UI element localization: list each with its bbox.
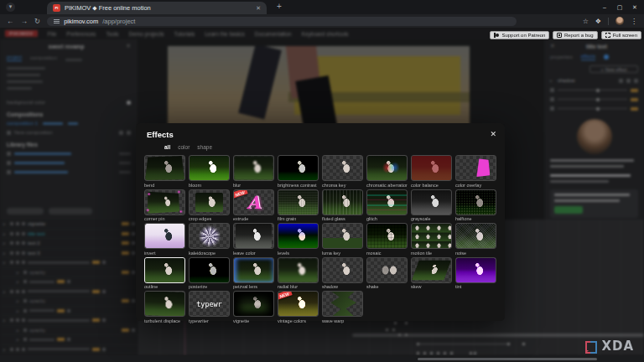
extensions-icon[interactable]: ❖ bbox=[595, 18, 601, 25]
effect-item-crop-edges[interactable]: crop edges bbox=[189, 189, 230, 222]
effect-item-tint[interactable]: tint bbox=[455, 257, 496, 290]
effect-thumbnail[interactable]: ANEW bbox=[233, 189, 274, 215]
effect-item-leave-color[interactable]: leave color bbox=[233, 223, 274, 256]
effect-item-radial-blur[interactable]: radial blur bbox=[278, 257, 319, 290]
effect-thumbnail[interactable] bbox=[233, 257, 274, 283]
effect-item-blur[interactable]: blur bbox=[233, 155, 274, 188]
effect-thumbnail[interactable] bbox=[278, 189, 319, 215]
effect-thumbnail[interactable] bbox=[189, 155, 230, 181]
effect-item-vintage-colors[interactable]: NEWvintage colors bbox=[278, 291, 319, 323]
effect-item-outline[interactable]: outline bbox=[144, 257, 185, 290]
effect-label: bloom bbox=[189, 183, 230, 188]
effect-thumbnail[interactable] bbox=[144, 155, 185, 181]
effects-tab-shape[interactable]: shape bbox=[197, 144, 212, 150]
effect-item-wave-warp[interactable]: wave warp bbox=[322, 291, 363, 323]
effect-thumbnail[interactable] bbox=[189, 189, 230, 215]
effect-thumbnail[interactable] bbox=[455, 223, 496, 249]
effect-thumbnail[interactable] bbox=[144, 257, 185, 283]
maximize-button[interactable]: ▢ bbox=[612, 4, 627, 11]
effect-item-chroma-key[interactable]: chroma key bbox=[322, 155, 363, 188]
profile-avatar-icon[interactable] bbox=[615, 17, 624, 25]
effect-thumbnail[interactable] bbox=[322, 291, 363, 317]
effect-item-posterize[interactable]: posterize bbox=[189, 257, 230, 290]
effect-item-grayscale[interactable]: grayscale bbox=[411, 189, 452, 222]
effect-thumbnail[interactable] bbox=[278, 223, 319, 249]
close-window-button[interactable]: ✕ bbox=[627, 4, 642, 11]
button-report-a-bug[interactable]: Report a bug bbox=[553, 31, 597, 39]
effect-item-shake[interactable]: shake bbox=[366, 257, 408, 290]
effect-item-motion-tile[interactable]: motion tile bbox=[411, 223, 452, 256]
effect-thumbnail[interactable] bbox=[278, 155, 319, 181]
effect-item-color-overlay[interactable]: color overlay bbox=[455, 155, 496, 188]
minimize-button[interactable]: – bbox=[597, 4, 612, 10]
effect-item-halftone[interactable]: halftone bbox=[455, 189, 496, 222]
effect-item-glitch[interactable]: glitch bbox=[366, 189, 408, 222]
effect-thumbnail[interactable] bbox=[455, 155, 496, 181]
effect-thumbnail[interactable] bbox=[233, 155, 274, 181]
bookmark-icon[interactable]: ☆ bbox=[583, 18, 589, 25]
button-support-on-patreon[interactable]: Support on Patreon bbox=[490, 31, 549, 39]
effect-item-extrude[interactable]: ANEWextrude bbox=[233, 189, 274, 222]
effect-item-kaleidoscope[interactable]: kaleidoscope bbox=[189, 223, 230, 256]
effect-item-film-grain[interactable]: film grain bbox=[278, 189, 319, 222]
effect-item-vignette[interactable]: vignette bbox=[233, 291, 274, 323]
effect-item-turbulent-displace[interactable]: turbulent displace bbox=[144, 291, 185, 323]
effect-item-skew[interactable]: skew bbox=[411, 257, 452, 290]
effects-tab-color[interactable]: color bbox=[178, 144, 190, 150]
effect-thumbnail[interactable] bbox=[455, 257, 496, 283]
effect-item-chromatic-aberration[interactable]: chromatic aberration bbox=[366, 155, 408, 188]
effect-item-fluted-glass[interactable]: fluted glass bbox=[322, 189, 363, 222]
forward-icon[interactable]: → bbox=[21, 18, 29, 25]
effect-thumbnail[interactable] bbox=[366, 189, 408, 215]
effect-item-petzval-lens[interactable]: petzval lens bbox=[233, 257, 274, 290]
effect-item-luma-key[interactable]: luma key bbox=[322, 223, 363, 256]
effect-thumbnail[interactable]: NEW bbox=[278, 291, 319, 317]
effect-item-brightness-contrast[interactable]: brightness contrast bbox=[278, 155, 319, 188]
effect-thumbnail[interactable] bbox=[411, 257, 452, 283]
effect-thumbnail[interactable] bbox=[411, 223, 452, 249]
effect-thumbnail[interactable] bbox=[366, 155, 408, 181]
effect-thumbnail[interactable] bbox=[411, 189, 452, 215]
effect-thumbnail[interactable] bbox=[322, 257, 363, 283]
effect-thumbnail[interactable] bbox=[189, 257, 230, 283]
effect-item-corner-pin[interactable]: corner pin bbox=[144, 189, 185, 222]
effect-preview bbox=[412, 190, 451, 215]
effect-item-bend[interactable]: bend bbox=[144, 155, 185, 188]
site-info-icon[interactable] bbox=[54, 19, 60, 23]
address-bar[interactable]: pikimov.com/app/project bbox=[47, 17, 517, 26]
effect-thumbnail[interactable] bbox=[144, 189, 185, 215]
effect-thumbnail[interactable] bbox=[144, 223, 185, 249]
effect-thumbnail[interactable] bbox=[455, 189, 496, 215]
effect-thumbnail[interactable] bbox=[233, 291, 274, 317]
effect-thumbnail[interactable] bbox=[366, 223, 408, 249]
tab-close-icon[interactable]: ✕ bbox=[256, 5, 261, 12]
effect-thumbnail[interactable] bbox=[144, 291, 185, 317]
effect-item-shadow[interactable]: shadow bbox=[322, 257, 363, 290]
effect-thumbnail[interactable] bbox=[189, 223, 230, 249]
scrollbar-thumb[interactable] bbox=[418, 358, 597, 360]
back-icon[interactable]: ← bbox=[7, 18, 14, 25]
effects-tab-all[interactable]: all bbox=[164, 144, 170, 150]
reload-icon[interactable]: ↻ bbox=[34, 18, 40, 25]
new-tab-button[interactable]: + bbox=[277, 2, 282, 11]
effect-thumbnail[interactable]: typewr bbox=[189, 291, 230, 317]
tab-search-icon[interactable]: ▾ bbox=[6, 3, 15, 12]
effect-thumbnail[interactable] bbox=[366, 257, 408, 283]
effect-thumbnail[interactable] bbox=[233, 223, 274, 249]
effect-item-levels[interactable]: levels bbox=[278, 223, 319, 256]
effect-item-typewriter[interactable]: typewrtypewriter bbox=[189, 291, 230, 323]
effect-thumbnail[interactable] bbox=[322, 155, 363, 181]
effect-thumbnail[interactable] bbox=[411, 155, 452, 181]
effect-item-noise[interactable]: noise bbox=[455, 223, 496, 256]
effect-item-bloom[interactable]: bloom bbox=[189, 155, 230, 188]
modal-close-icon[interactable]: ✕ bbox=[490, 130, 496, 138]
button-full-screen[interactable]: Full screen bbox=[601, 31, 641, 39]
effect-thumbnail[interactable] bbox=[278, 257, 319, 283]
effect-thumbnail[interactable] bbox=[322, 189, 363, 215]
effect-item-invert[interactable]: invert bbox=[144, 223, 185, 256]
browser-tab[interactable]: PI PIKIMOV ⬥ Free online motion ✕ bbox=[47, 2, 267, 14]
browser-menu-icon[interactable]: ⋮ bbox=[631, 18, 637, 25]
effect-item-mosaic[interactable]: mosaic bbox=[366, 223, 408, 256]
effect-thumbnail[interactable] bbox=[322, 223, 363, 249]
effect-item-color-balance[interactable]: color balance bbox=[411, 155, 452, 188]
